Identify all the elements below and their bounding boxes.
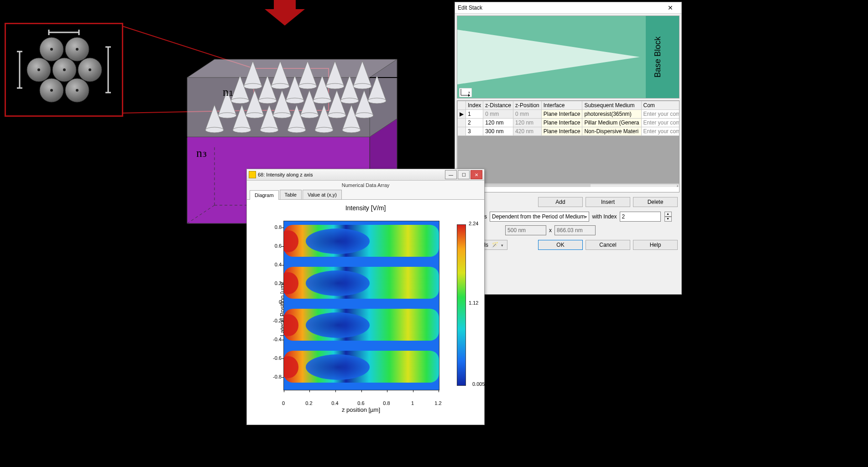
- colorbar-mid: 1.12: [469, 300, 489, 306]
- col-comment[interactable]: Com: [641, 101, 680, 110]
- col-iface[interactable]: Interface: [541, 101, 582, 110]
- col-zdist[interactable]: z-Distance: [483, 101, 513, 110]
- xtick: 0.2: [305, 400, 312, 406]
- edit-stack-dialog: Edit Stack ✕ Base Block x Index z-Distan…: [455, 2, 682, 295]
- svg-point-76: [76, 89, 78, 92]
- table-empty-area: [458, 136, 680, 184]
- with-index-spinner[interactable]: ▲▼: [664, 212, 672, 222]
- ytick: -0.4: [268, 337, 282, 342]
- plot-area: Intensity [V/m] Lateral Position [µm] 0.…: [254, 204, 477, 414]
- app-icon: [249, 171, 256, 178]
- svg-point-62: [353, 83, 371, 89]
- svg-point-44: [258, 98, 277, 104]
- period-y-field: 866.03 nm: [554, 225, 596, 235]
- ytick: 0.8: [268, 224, 282, 230]
- intensity-plot-window: 68: Intensity along z axis — ☐ ✕ Numeric…: [246, 169, 485, 425]
- edit-stack-title: Edit Stack: [458, 5, 662, 11]
- colorbar-max: 2.24: [469, 221, 489, 226]
- table-h-scrollbar[interactable]: ›: [457, 184, 679, 187]
- tab-diagram[interactable]: Diagram: [250, 190, 279, 200]
- plot-xlabel: z position [µm]: [283, 406, 439, 413]
- period-x-field: 500 nm: [505, 225, 546, 235]
- svg-point-48: [313, 98, 331, 104]
- svg-point-42: [231, 98, 249, 104]
- svg-point-72: [37, 68, 40, 71]
- axis-indicator-icon: x: [459, 88, 472, 97]
- svg-point-75: [50, 89, 53, 92]
- col-rowmarker: [458, 101, 466, 110]
- svg-point-58: [298, 83, 317, 89]
- ytick: -0.2: [268, 318, 282, 323]
- ok-button[interactable]: OK: [538, 240, 583, 250]
- plot-tabs: Diagram Table Value at (x,y): [247, 190, 484, 200]
- ytick: 0: [268, 299, 282, 305]
- xtick: 1: [411, 400, 414, 406]
- svg-point-24: [288, 127, 306, 133]
- svg-line-11: [173, 137, 187, 150]
- close-icon[interactable]: ✕: [471, 170, 482, 179]
- svg-point-30: [218, 113, 236, 118]
- plot-title: Intensity [V/m]: [254, 204, 477, 212]
- tab-value-at-xy[interactable]: Value at (x,y): [303, 190, 342, 199]
- stack-preview: Base Block x: [457, 16, 680, 99]
- svg-point-36: [300, 113, 319, 118]
- plot-subheader: Numerical Data Array: [247, 181, 484, 190]
- ytick: -0.6: [268, 355, 282, 361]
- svg-point-28: [342, 127, 361, 133]
- tab-table[interactable]: Table: [280, 190, 302, 199]
- incident-light-arrow-icon: [265, 0, 305, 26]
- svg-point-73: [63, 68, 66, 71]
- xtick: 1.2: [434, 400, 441, 406]
- with-index-label: with Index: [592, 213, 617, 220]
- tools-wand-icon: 🪄: [492, 242, 498, 248]
- with-index-field[interactable]: 2: [620, 212, 661, 222]
- add-button[interactable]: Add: [538, 197, 583, 207]
- svg-point-70: [50, 48, 53, 51]
- period-x-sep: x: [549, 227, 552, 234]
- insert-button[interactable]: Insert: [586, 197, 630, 207]
- svg-point-101: [306, 312, 370, 338]
- refractive-index-n2-label: n₂: [222, 39, 232, 53]
- plot-window-title: 68: Intensity along z axis: [258, 172, 444, 177]
- xtick: 0.6: [357, 400, 364, 406]
- edit-stack-titlebar[interactable]: Edit Stack ✕: [455, 2, 681, 14]
- unit-cell-inset: [5, 23, 123, 117]
- svg-point-22: [260, 127, 278, 133]
- refractive-index-n3-label: n₃: [196, 146, 207, 160]
- table-row[interactable]: ▶ 1 0 mm 0 mm Plane Interface photoresis…: [458, 110, 680, 119]
- col-index[interactable]: Index: [466, 101, 483, 110]
- period-dependency-combo[interactable]: Dependent from the Period of Medium ▾: [490, 212, 589, 222]
- ytick: -0.8: [268, 374, 282, 379]
- svg-point-32: [246, 113, 264, 118]
- colorbar-min: 0.005…: [472, 381, 492, 387]
- svg-point-26: [315, 127, 333, 133]
- svg-point-54: [244, 83, 262, 89]
- ytick: 0.6: [268, 243, 282, 249]
- table-row[interactable]: 3 300 nm 420 nm Plane Interface Non-Disp…: [458, 127, 680, 136]
- cancel-button[interactable]: Cancel: [586, 240, 630, 250]
- svg-point-71: [76, 48, 78, 51]
- svg-point-40: [355, 113, 373, 118]
- col-zpos[interactable]: z-Position: [513, 101, 542, 110]
- chevron-down-icon: ▾: [585, 214, 587, 219]
- plot-titlebar[interactable]: 68: Intensity along z axis — ☐ ✕: [247, 169, 484, 181]
- maximize-icon[interactable]: ☐: [458, 170, 470, 179]
- heatmap-chart[interactable]: [283, 221, 439, 390]
- svg-point-52: [368, 98, 386, 104]
- close-icon[interactable]: ✕: [662, 3, 679, 13]
- xtick: 0.4: [331, 400, 338, 406]
- svg-point-20: [233, 127, 251, 133]
- colorbar: [457, 224, 466, 386]
- svg-marker-10: [405, 75, 411, 80]
- refractive-index-n1-label: n₁: [223, 85, 233, 99]
- xtick: 0.8: [383, 400, 390, 406]
- col-medium[interactable]: Subsequent Medium: [582, 101, 641, 110]
- table-row[interactable]: 2 120 nm 120 nm Plane Interface Pillar M…: [458, 119, 680, 127]
- base-block-label: Base Block: [653, 36, 662, 78]
- delete-button[interactable]: Delete: [633, 197, 678, 207]
- minimize-icon[interactable]: —: [445, 170, 457, 179]
- help-button[interactable]: Help: [633, 240, 678, 250]
- ytick: 0.2: [268, 280, 282, 286]
- svg-point-34: [273, 113, 291, 118]
- layer-table[interactable]: Index z-Distance z-Position Interface Su…: [457, 100, 680, 192]
